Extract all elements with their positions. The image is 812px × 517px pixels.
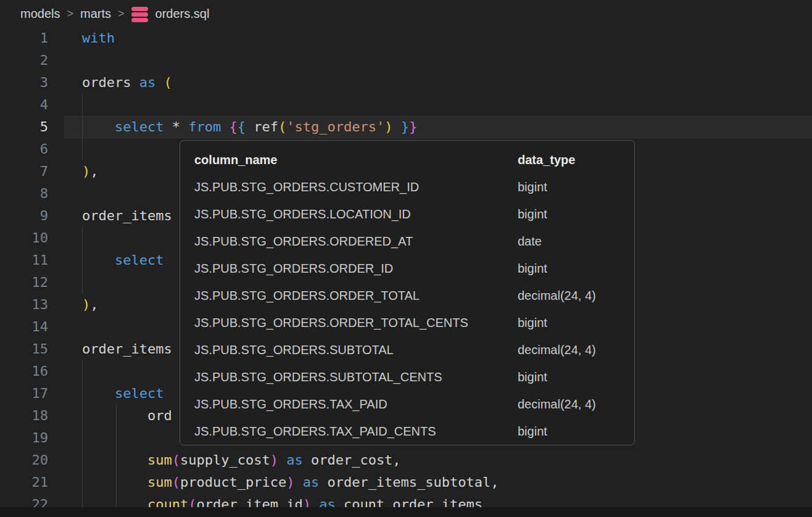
database-icon bbox=[131, 6, 149, 23]
indent-guide bbox=[82, 271, 83, 294]
code-editor-window: models > marts > orders.sql 1with23order… bbox=[0, 0, 812, 517]
code-line-text: select * from {{ ref('stg_orders') }} bbox=[82, 116, 417, 138]
line-number: 8 bbox=[0, 183, 48, 205]
popup-column-row: JS.PUB.STG_ORDERS.ORDERED_ATdate bbox=[180, 228, 634, 255]
popup-column-name: JS.PUB.STG_ORDERS.ORDER_ID bbox=[194, 255, 393, 282]
code-line[interactable]: 4 bbox=[0, 94, 812, 116]
code-line[interactable]: 3orders as ( bbox=[0, 72, 812, 94]
popup-data-type: bigint bbox=[518, 255, 547, 282]
code-line-text: sum(product_price) as order_items_subtot… bbox=[82, 471, 499, 494]
popup-column-name: JS.PUB.STG_ORDERS.ORDER_TOTAL_CENTS bbox=[194, 309, 468, 336]
popup-data-type: bigint bbox=[518, 363, 547, 391]
indent-guide bbox=[82, 138, 83, 160]
line-number: 2 bbox=[0, 49, 48, 72]
line-number: 3 bbox=[0, 72, 48, 94]
indent-guide bbox=[82, 227, 83, 249]
code-line-text: order_items bbox=[82, 205, 172, 227]
popup-data-type: date bbox=[518, 228, 542, 255]
line-number: 18 bbox=[0, 405, 48, 427]
popup-column-name: JS.PUB.STG_ORDERS.ORDER_TOTAL bbox=[194, 282, 420, 309]
code-line[interactable]: 2 bbox=[0, 49, 812, 72]
popup-column-name: JS.PUB.STG_ORDERS.TAX_PAID bbox=[194, 391, 387, 418]
line-number: 19 bbox=[0, 427, 48, 449]
line-number: 1 bbox=[0, 27, 48, 49]
popup-data-type: bigint bbox=[518, 173, 547, 201]
indent-guide bbox=[82, 427, 83, 449]
line-number: 10 bbox=[0, 227, 48, 249]
code-line-text: ), bbox=[82, 294, 99, 316]
popup-column-name: JS.PUB.STG_ORDERS.LOCATION_ID bbox=[194, 201, 411, 228]
indent-guide bbox=[82, 360, 83, 383]
popup-column-name: JS.PUB.STG_ORDERS.ORDERED_AT bbox=[194, 228, 413, 255]
line-number: 21 bbox=[0, 471, 48, 494]
line-number: 11 bbox=[0, 249, 48, 271]
breadcrumb-item-marts[interactable]: marts bbox=[80, 7, 111, 21]
code-line-text: sum(supply_cost) as order_cost, bbox=[82, 449, 401, 471]
code-line[interactable]: 20 sum(supply_cost) as order_cost, bbox=[0, 449, 812, 471]
popup-column-row: JS.PUB.STG_ORDERS.ORDER_IDbigint bbox=[180, 255, 634, 282]
line-number: 7 bbox=[0, 160, 48, 183]
code-line[interactable]: 1with bbox=[0, 27, 812, 49]
code-line-text: order_items bbox=[82, 338, 172, 360]
popup-header-row: column_name data_type bbox=[180, 141, 634, 173]
popup-column-row: JS.PUB.STG_ORDERS.LOCATION_IDbigint bbox=[180, 201, 634, 228]
popup-column-row: JS.PUB.STG_ORDERS.TAX_PAID_CENTSbigint bbox=[180, 418, 634, 445]
popup-data-type: decimal(24, 4) bbox=[518, 391, 596, 418]
popup-data-type: bigint bbox=[518, 418, 547, 445]
code-line-text: orders as ( bbox=[82, 72, 172, 94]
line-number: 15 bbox=[0, 338, 48, 360]
breadcrumb: models > marts > orders.sql bbox=[0, 0, 812, 28]
popup-column-row: JS.PUB.STG_ORDERS.ORDER_TOTALdecimal(24,… bbox=[180, 282, 634, 309]
code-line-text: ord bbox=[82, 405, 172, 427]
breadcrumb-item-file[interactable]: orders.sql bbox=[155, 7, 210, 21]
popup-column-name: JS.PUB.STG_ORDERS.CUSTOMER_ID bbox=[194, 173, 419, 201]
breadcrumb-separator: > bbox=[67, 7, 73, 20]
breadcrumb-item-models[interactable]: models bbox=[20, 7, 60, 21]
popup-column-name: JS.PUB.STG_ORDERS.SUBTOTAL_CENTS bbox=[194, 363, 442, 391]
code-line-text: select bbox=[82, 383, 164, 405]
line-number: 17 bbox=[0, 383, 48, 405]
line-number: 16 bbox=[0, 360, 48, 383]
line-number: 14 bbox=[0, 316, 48, 338]
breadcrumb-separator: > bbox=[118, 7, 125, 20]
indent-guide bbox=[116, 427, 117, 449]
line-number: 4 bbox=[0, 94, 48, 116]
popup-column-name: JS.PUB.STG_ORDERS.SUBTOTAL bbox=[194, 336, 394, 363]
line-number: 12 bbox=[0, 271, 48, 294]
indent-guide bbox=[82, 94, 83, 116]
popup-column-name: JS.PUB.STG_ORDERS.TAX_PAID_CENTS bbox=[194, 418, 436, 445]
line-number: 13 bbox=[0, 294, 48, 316]
column-info-popup: column_name data_type JS.PUB.STG_ORDERS.… bbox=[180, 140, 635, 445]
popup-column-row: JS.PUB.STG_ORDERS.SUBTOTAL_CENTSbigint bbox=[180, 363, 634, 391]
line-number: 20 bbox=[0, 449, 48, 471]
panel-divider bbox=[0, 507, 812, 517]
popup-data-type: bigint bbox=[518, 309, 547, 336]
popup-column-row: JS.PUB.STG_ORDERS.CUSTOMER_IDbigint bbox=[180, 173, 634, 201]
line-number: 6 bbox=[0, 138, 48, 160]
line-number: 9 bbox=[0, 205, 48, 227]
code-line-text: select bbox=[82, 249, 164, 271]
popup-data-type: decimal(24, 4) bbox=[518, 336, 596, 363]
popup-column-row: JS.PUB.STG_ORDERS.TAX_PAIDdecimal(24, 4) bbox=[180, 391, 634, 418]
code-line-text: with bbox=[82, 27, 115, 49]
code-line[interactable]: 21 sum(product_price) as order_items_sub… bbox=[0, 471, 812, 494]
code-line-text: ), bbox=[82, 160, 99, 183]
popup-column-row: JS.PUB.STG_ORDERS.SUBTOTALdecimal(24, 4) bbox=[180, 336, 634, 363]
code-line[interactable]: 5 select * from {{ ref('stg_orders') }} bbox=[0, 116, 812, 138]
popup-column-row: JS.PUB.STG_ORDERS.ORDER_TOTAL_CENTSbigin… bbox=[180, 309, 634, 336]
popup-data-type: bigint bbox=[518, 201, 547, 228]
line-number: 5 bbox=[0, 116, 48, 138]
popup-data-type: decimal(24, 4) bbox=[518, 282, 596, 309]
